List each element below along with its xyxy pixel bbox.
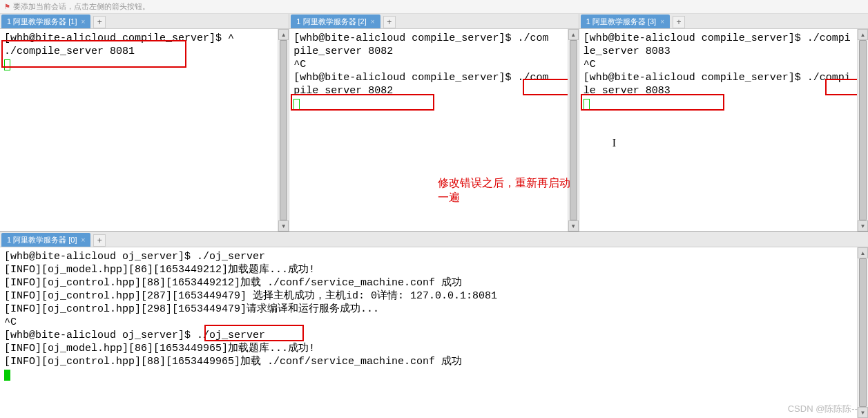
scroll-thumb[interactable] — [859, 258, 867, 407]
scrollbar[interactable]: ▲ ▼ — [857, 29, 868, 231]
terminal-output-3[interactable]: [whb@bite-alicloud compile_server]$ ./co… — [579, 29, 868, 231]
tab-label: 1 阿里教学服务器 [1] — [7, 17, 77, 27]
scroll-down-icon[interactable]: ▼ — [278, 220, 289, 231]
cursor-icon — [4, 370, 10, 381]
tab-bar-3: 1 阿里教学服务器 [3] × + — [579, 14, 868, 29]
scroll-down-icon[interactable]: ▼ — [858, 220, 868, 231]
terminal-pane-1: 1 阿里教学服务器 [1] × + [whb@bite-alicloud com… — [0, 14, 289, 231]
terminal-pane-bottom: 1 阿里教学服务器 [0] × + [whb@bite-alicloud oj_… — [0, 231, 868, 418]
cursor-icon — [293, 99, 300, 110]
top-panes: 1 阿里教学服务器 [1] × + [whb@bite-alicloud com… — [0, 14, 868, 231]
tab-server-0[interactable]: 1 阿里教学服务器 [0] × — [1, 233, 90, 247]
scroll-up-icon[interactable]: ▲ — [858, 29, 868, 40]
terminal-output-bottom[interactable]: [whb@bite-alicloud oj_server]$ ./oj_serv… — [0, 247, 868, 418]
tab-bar-bottom: 1 阿里教学服务器 [0] × + — [0, 232, 868, 247]
hint-bar: ⚑ 要添加当前会话，点击左侧的箭头按钮。 — [0, 0, 868, 14]
watermark: CSDN @陈陈陈-- — [788, 403, 858, 415]
add-tab-button[interactable]: + — [673, 16, 685, 28]
scroll-up-icon[interactable]: ▲ — [568, 29, 579, 40]
close-icon[interactable]: × — [660, 18, 664, 26]
annotation-text: 修改错误之后，重新再启动一遍 — [438, 176, 578, 205]
tab-server-3[interactable]: 1 阿里教学服务器 [3] × — [581, 15, 670, 28]
close-icon[interactable]: × — [81, 236, 85, 244]
close-icon[interactable]: × — [371, 18, 375, 26]
tab-label: 1 阿里教学服务器 [2] — [296, 17, 366, 27]
scroll-thumb[interactable] — [280, 40, 287, 220]
tab-label: 1 阿里教学服务器 [0] — [7, 235, 77, 245]
hint-text: 要添加当前会话，点击左侧的箭头按钮。 — [13, 1, 150, 12]
scroll-up-icon[interactable]: ▲ — [278, 29, 289, 40]
scroll-up-icon[interactable]: ▲ — [858, 247, 868, 258]
terminal-pane-3: 1 阿里教学服务器 [3] × + [whb@bite-alicloud com… — [579, 14, 868, 231]
terminal-output-1[interactable]: [whb@bite-alicloud compile_server]$ ^ ./… — [0, 29, 289, 231]
scrollbar[interactable]: ▲ ▼ — [278, 29, 289, 231]
scroll-down-icon[interactable]: ▼ — [858, 407, 868, 418]
cursor-icon — [4, 59, 10, 70]
scrollbar[interactable]: ▲ ▼ — [857, 247, 868, 418]
add-tab-button[interactable]: + — [383, 16, 396, 28]
scroll-down-icon[interactable]: ▼ — [568, 220, 579, 231]
tab-bar-2: 1 阿里教学服务器 [2] × + — [289, 14, 578, 29]
tab-server-1[interactable]: 1 阿里教学服务器 [1] × — [1, 15, 90, 28]
tab-label: 1 阿里教学服务器 [3] — [586, 17, 656, 27]
scroll-thumb[interactable] — [859, 40, 867, 220]
terminal-pane-2: 1 阿里教学服务器 [2] × + [whb@bite-alicloud com… — [289, 14, 579, 231]
cursor-icon — [584, 99, 590, 110]
text-cursor-icon: I — [613, 137, 616, 149]
add-tab-button[interactable]: + — [93, 234, 106, 247]
flag-icon: ⚑ — [4, 3, 10, 10]
close-icon[interactable]: × — [81, 18, 85, 26]
tab-bar-1: 1 阿里教学服务器 [1] × + — [0, 14, 289, 29]
tab-server-2[interactable]: 1 阿里教学服务器 [2] × — [291, 15, 380, 28]
add-tab-button[interactable]: + — [93, 16, 106, 28]
